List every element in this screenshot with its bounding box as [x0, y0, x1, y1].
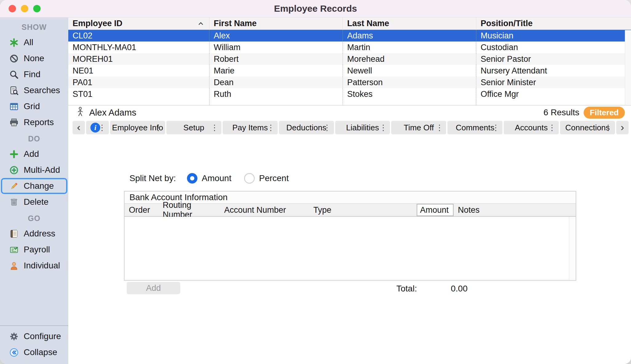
cell-employee-id: PA01 — [68, 77, 209, 88]
table-row[interactable]: PA01DeanPattersonSenior Minister — [68, 77, 631, 88]
cell-last-name: Martin — [343, 42, 476, 53]
tab-menu-dots-icon: ⋮ — [98, 123, 106, 133]
table-row[interactable]: MONTHLY-MA01WilliamMartinCustodian — [68, 42, 631, 53]
sidebar-item-address[interactable]: Address — [1, 226, 67, 242]
sidebar-item-label: Grid — [24, 101, 40, 111]
tab-menu-dots-icon: ⋮ — [435, 123, 443, 133]
cell-position: Nursery Attendant — [476, 65, 631, 77]
tab-deductions[interactable]: Deductions⋮ — [279, 121, 334, 134]
tab-employee-info[interactable]: Employee Info⋮ — [110, 121, 165, 134]
sidebar-item-label: Add — [24, 149, 39, 159]
tab-label: Pay Items — [232, 123, 268, 133]
collapse-chevrons-icon — [9, 347, 19, 357]
zoom-window-button[interactable] — [33, 5, 41, 12]
cell-employee-id: MOREH01 — [68, 53, 209, 65]
filtered-badge[interactable]: Filtered — [584, 107, 625, 119]
column-header-first-name[interactable]: First Name — [209, 18, 343, 30]
table-row[interactable]: MOREH01RobertMoreheadSenior Pastor — [68, 53, 631, 65]
sidebar-item-label: Searches — [24, 85, 60, 95]
bank-column-order[interactable]: Order — [125, 204, 158, 216]
sidebar-item-multi-add[interactable]: Multi-Add — [1, 162, 67, 178]
tabs-scroll-left-button[interactable]: ‹ — [73, 121, 85, 134]
bank-account-groupbox: Bank Account Information OrderRouting Nu… — [124, 191, 576, 281]
cell-position: Senior Minister — [476, 77, 631, 88]
employee-list-scrollbar[interactable] — [625, 30, 631, 105]
sidebar-item-payroll[interactable]: Payroll — [1, 242, 67, 258]
radio-option-amount[interactable]: Amount — [187, 173, 232, 184]
sidebar-section-label-go: GO — [0, 210, 68, 226]
add-bank-account-button[interactable]: Add — [127, 282, 180, 294]
sidebar-divider — [0, 325, 68, 326]
tab-menu-dots-icon: ⋮ — [267, 123, 275, 133]
tab-connections[interactable]: Connections⋮ — [560, 121, 615, 134]
sidebar-item-none[interactable]: None — [1, 50, 67, 66]
sidebar-section-label-do: DO — [0, 130, 68, 146]
bank-column-account-number[interactable]: Account Number — [220, 204, 309, 216]
tab-liabilities[interactable]: Liabilities⋮ — [335, 121, 390, 134]
change-pencil-icon — [9, 181, 19, 191]
sidebar-item-configure[interactable]: Configure — [1, 328, 67, 344]
table-row[interactable]: ST01RuthStokesOffice Mgr — [68, 88, 631, 100]
cell-last-name: Newell — [343, 65, 476, 77]
individual-person-icon — [9, 261, 19, 271]
bank-account-table-body[interactable] — [125, 217, 576, 280]
tab-menu-dots-icon: ⋮ — [379, 123, 387, 133]
sidebar: SHOWAllNoneFindSearchesGridReportsDOAddM… — [0, 18, 68, 364]
sidebar-item-delete[interactable]: Delete — [1, 194, 67, 210]
column-header-last-name[interactable]: Last Name — [343, 18, 476, 30]
tab-label: Time Off — [404, 123, 434, 133]
sidebar-item-label: Delete — [24, 197, 49, 207]
tab-time-off[interactable]: Time Off⋮ — [391, 121, 446, 134]
sidebar-item-change[interactable]: Change — [1, 178, 67, 194]
tab-label: Liabilities — [346, 123, 379, 133]
tab-pay-items[interactable]: Pay Items⋮ — [223, 121, 278, 134]
total-value: 0.00 — [451, 284, 468, 294]
table-row[interactable]: NE01MarieNewellNursery Attendant — [68, 65, 631, 77]
sidebar-item-all[interactable]: All — [1, 34, 67, 50]
bank-column-notes[interactable]: Notes — [454, 204, 576, 216]
sidebar-item-collapse[interactable]: Collapse — [1, 344, 67, 360]
cell-last-name: Patterson — [343, 77, 476, 88]
radio-option-label: Amount — [202, 173, 232, 183]
split-net-row: Split Net by: AmountPercent — [129, 173, 302, 184]
cell-position: Custodian — [476, 42, 631, 53]
radio-option-percent[interactable]: Percent — [244, 173, 289, 184]
cell-last-name: Morehead — [343, 53, 476, 65]
sidebar-item-add[interactable]: Add — [1, 146, 67, 162]
window-controls — [9, 0, 41, 17]
tab-menu-dots-icon: ⋮ — [604, 123, 612, 133]
cell-employee-id: NE01 — [68, 65, 209, 77]
bank-column-routing-number[interactable]: Routing Number — [158, 204, 220, 216]
cell-employee-id: CL02 — [68, 30, 209, 42]
tab-label: Connections — [565, 123, 610, 133]
table-row-selected[interactable]: CL02AlexAdamsMusician — [68, 30, 631, 42]
titlebar: Employee Records — [0, 0, 631, 18]
column-header-label: Last Name — [347, 19, 389, 28]
column-header-employee-id[interactable]: Employee ID — [68, 18, 209, 30]
bank-account-table-scrollbar[interactable] — [569, 217, 576, 280]
bank-column-amount[interactable]: Amount — [417, 204, 454, 216]
tab-label: Deductions — [286, 123, 326, 133]
add-plus-icon — [9, 149, 19, 159]
tab-comments[interactable]: Comments⋮ — [447, 121, 502, 134]
cell-employee-id: MONTHLY-MA01 — [68, 42, 209, 53]
minimize-window-button[interactable] — [21, 5, 28, 12]
tab-setup[interactable]: Setup⋮ — [166, 121, 221, 134]
tab-info-button[interactable]: i⋮ — [86, 121, 109, 134]
tab-accounts[interactable]: Accounts⋮ — [504, 121, 559, 134]
column-header-label: Employee ID — [73, 19, 122, 28]
window-title: Employee Records — [274, 3, 357, 14]
cell-last-name: Stokes — [343, 88, 476, 100]
sidebar-item-find[interactable]: Find — [1, 66, 67, 82]
sidebar-item-grid[interactable]: Grid — [1, 98, 67, 114]
tab-menu-dots-icon: ⋮ — [154, 123, 162, 133]
column-header-position-title[interactable]: Position/Title — [476, 18, 631, 30]
sidebar-item-reports[interactable]: Reports — [1, 114, 67, 130]
tabs-scroll-right-button[interactable]: › — [616, 121, 629, 134]
bank-column-type[interactable]: Type — [309, 204, 417, 216]
tab-label: Accounts — [515, 123, 548, 133]
sidebar-item-searches[interactable]: Searches — [1, 82, 67, 98]
cell-employee-id: ST01 — [68, 88, 209, 100]
sidebar-item-individual[interactable]: Individual — [1, 258, 67, 274]
close-window-button[interactable] — [9, 5, 16, 12]
